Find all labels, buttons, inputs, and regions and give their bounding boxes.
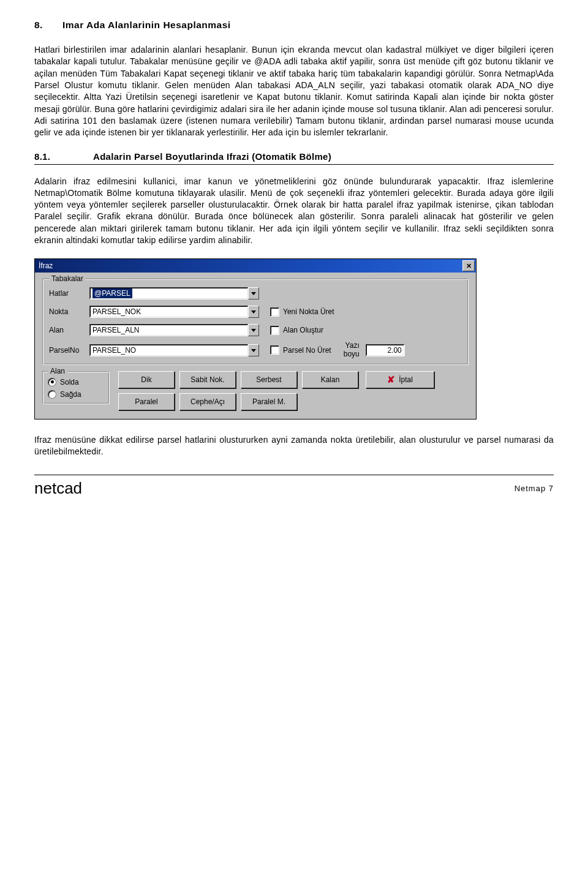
parselno-uret-checkbox[interactable] [270,345,279,355]
kalan-button[interactable]: Kalan [302,371,358,388]
close-icon[interactable]: ✕ [462,260,475,271]
yeni-nokta-checkbox[interactable] [270,307,279,317]
nokta-input[interactable]: PARSEL_NOK [89,306,249,318]
section-rule [34,164,554,165]
solda-radio[interactable] [48,378,56,386]
page-footer: netcad Netmap 7 [34,475,554,498]
yeni-nokta-label: Yeni Nokta Üret [283,307,334,316]
nokta-value: PARSEL_NOK [92,307,141,316]
dialog-figure: İfraz ✕ Tabakalar Hatlar @PARSEL [34,258,554,419]
label-hatlar: Hatlar [49,289,89,298]
yazi-boyu-input[interactable]: 2.00 [366,344,405,356]
yazi-label-1: Yazı [345,342,360,350]
sagda-label: Sağda [60,390,81,399]
ifraz-dialog: İfraz ✕ Tabakalar Hatlar @PARSEL [34,258,477,419]
page-number: Netmap 7 [514,484,554,493]
alan-olustur-label: Alan Oluştur [283,326,323,334]
serbest-button[interactable]: Serbest [241,371,297,388]
sabit-nok-button[interactable]: Sabit Nok. [179,371,236,388]
yazi-boyu-value: 2.00 [387,346,401,355]
hatlar-value: @PARSEL [92,288,132,298]
paralel-button[interactable]: Paralel [118,393,175,410]
alan-value: PARSEL_ALN [92,326,139,334]
cephe-aci-button[interactable]: Cephe/Açı [179,393,236,410]
hatlar-input[interactable]: @PARSEL [89,287,249,299]
sagda-radio[interactable] [48,390,56,399]
netcad-logo: netcad [34,479,82,498]
parselno-uret-label: Parsel No Üret [283,346,331,355]
group-tabakalar-legend: Tabakalar [49,274,86,283]
solda-label: Solda [60,378,79,386]
group-alan-legend: Alan [48,367,67,375]
heading-8-1: 8.1.Adalarin Parsel Boyutlarinda Ifrazi … [34,151,554,162]
parselno-input[interactable]: PARSEL_NO [89,344,249,356]
heading-8-1-num: 8.1. [34,151,93,162]
svg-marker-1 [251,310,256,314]
paragraph-1: Hatlari birlestirilen imar adalarinin al… [34,44,554,139]
parselno-value: PARSEL_NO [92,346,136,355]
dik-button[interactable]: Dik [118,371,175,388]
dialog-title: İfraz [39,262,462,270]
alan-olustur-checkbox[interactable] [270,326,279,335]
svg-marker-2 [251,329,256,332]
yazi-label-2: boyu [344,350,360,358]
nokta-dropdown-icon[interactable] [248,306,259,318]
iptal-label: İptal [399,375,413,384]
hatlar-dropdown-icon[interactable] [248,287,259,299]
group-tabakalar: Tabakalar Hatlar @PARSEL [42,279,469,364]
paragraph-2: Adalarin ifraz edilmesini kullanici, ima… [34,176,554,247]
parselno-dropdown-icon[interactable] [248,344,259,356]
cancel-x-icon: ✘ [387,374,395,385]
heading-8: 8.Imar Ada Alanlarinin Hesaplanmasi [34,20,554,31]
paralel-m-button[interactable]: Paralel M. [241,393,297,410]
paragraph-3: Ifraz menüsüne dikkat edilirse parsel ha… [34,434,554,458]
alan-dropdown-icon[interactable] [248,324,259,336]
group-alan: Alan Solda Sağda [42,371,110,404]
svg-marker-0 [251,292,256,295]
label-nokta: Nokta [49,307,89,316]
heading-8-num: 8. [34,20,62,31]
dialog-titlebar[interactable]: İfraz ✕ [35,259,476,273]
heading-8-title: Imar Ada Alanlarinin Hesaplanmasi [62,20,231,30]
svg-marker-3 [251,349,256,352]
alan-input[interactable]: PARSEL_ALN [89,324,249,336]
heading-8-1-title: Adalarin Parsel Boyutlarinda Ifrazi (Oto… [93,151,331,162]
iptal-button[interactable]: ✘ İptal [366,371,434,388]
label-alan: Alan [49,326,89,334]
label-parselno: ParselNo [49,346,89,355]
